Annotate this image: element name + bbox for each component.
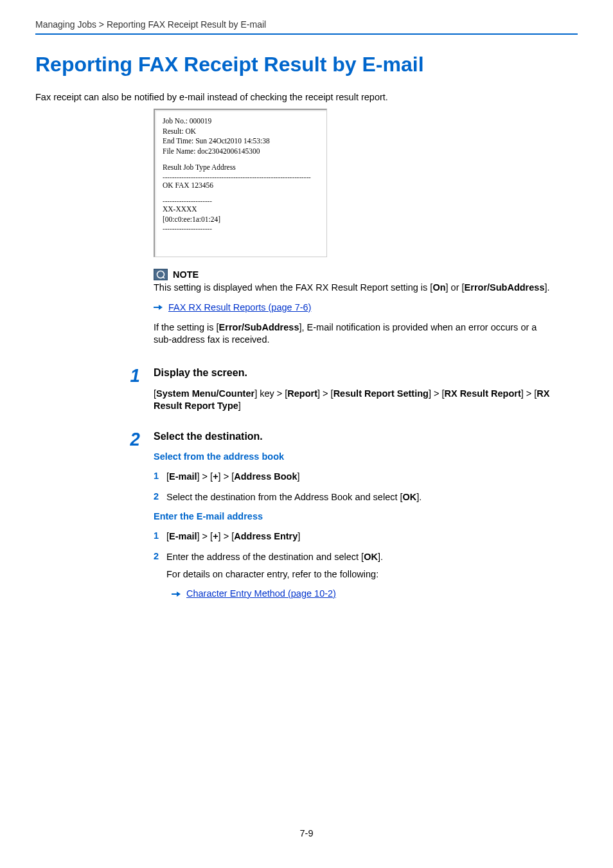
group-a-heading: Select from the address book xyxy=(154,451,552,462)
arrow-right-icon xyxy=(154,304,163,311)
fax-rx-result-reports-link[interactable]: FAX RX Result Reports (page 7-6) xyxy=(168,302,311,312)
step-2-number: 2 xyxy=(130,429,153,449)
substep-body: [E-mail] > [+] > [Address Entry] xyxy=(166,530,552,543)
email-dash-3: --------------------- xyxy=(163,224,319,232)
note-header: NOTE xyxy=(154,269,552,280)
character-entry-method-link[interactable]: Character Entry Method (page 10-2) xyxy=(186,588,336,601)
email-line-filename: File Name: doc23042006145300 xyxy=(163,147,319,157)
step-2-title: Select the destination. xyxy=(154,431,552,442)
email-dash-1: ----------------------------------------… xyxy=(163,173,319,181)
step-1-number: 1 xyxy=(130,366,153,385)
group-a-substep-1: 1 [E-mail] > [+] > [Address Book] xyxy=(154,471,552,484)
email-table-row: OK FAX 123456 xyxy=(163,181,319,191)
email-mac: [00:c0:ee:1a:01:24] xyxy=(163,215,319,225)
email-line-result: Result: OK xyxy=(163,127,319,137)
group-b-heading: Enter the E-mail address xyxy=(154,511,552,521)
substep-extra: For details on character entry, refer to… xyxy=(166,568,552,581)
substep-number: 2 xyxy=(154,491,166,502)
substep-number: 1 xyxy=(154,530,166,541)
email-dash-2: --------------------- xyxy=(163,197,319,204)
group-b-substep-1: 1 [E-mail] > [+] > [Address Entry] xyxy=(154,530,552,543)
substep-number: 2 xyxy=(154,551,166,561)
arrow-right-icon xyxy=(172,591,181,597)
note-link-row: FAX RX Result Reports (page 7-6) xyxy=(154,302,552,312)
step-1: 1 Display the screen. [System Menu/Count… xyxy=(129,366,552,424)
svg-marker-5 xyxy=(177,592,181,597)
substep-body: [E-mail] > [+] > [Address Book] xyxy=(166,471,552,484)
email-model: XX-XXXX xyxy=(163,204,319,215)
breadcrumb-separator: > xyxy=(96,19,107,30)
step-2: 2 Select the destination. Select from th… xyxy=(129,429,552,608)
note-body: This setting is displayed when the FAX R… xyxy=(154,282,552,294)
char-entry-link-row: Character Entry Method (page 10-2) xyxy=(172,588,552,601)
note-body-2: If the setting is [Error/SubAddress], E-… xyxy=(154,321,552,347)
substep-body: Enter the address of the destination and… xyxy=(166,551,552,601)
breadcrumb-section: Managing Jobs xyxy=(35,19,96,30)
page-title: Reporting FAX Receipt Result by E-mail xyxy=(35,53,578,77)
email-line-endtime: End Time: Sun 24Oct2010 14:53:38 xyxy=(163,136,319,147)
svg-line-1 xyxy=(163,276,164,278)
email-sample-box: Job No.: 000019 Result: OK End Time: Sun… xyxy=(154,109,327,257)
substep-number: 1 xyxy=(154,471,166,481)
page-number: 7-9 xyxy=(0,828,613,838)
breadcrumb: Managing Jobs > Reporting FAX Receipt Re… xyxy=(35,19,578,35)
group-a-substep-2: 2 Select the destination from the Addres… xyxy=(154,491,552,504)
breadcrumb-topic: Reporting FAX Receipt Result by E-mail xyxy=(107,19,266,30)
note-icon xyxy=(154,269,168,280)
svg-marker-3 xyxy=(159,305,163,310)
group-b-substep-2: 2 Enter the address of the destination a… xyxy=(154,551,552,601)
email-table-header: Result Job Type Address xyxy=(163,163,319,173)
email-line-jobno: Job No.: 000019 xyxy=(163,116,319,127)
step-1-text: [System Menu/Counter] key > [Report] > [… xyxy=(154,388,552,413)
substep-body: Select the destination from the Address … xyxy=(166,491,552,504)
intro-text: Fax receipt can also be notified by e-ma… xyxy=(35,92,578,102)
step-1-title: Display the screen. xyxy=(154,367,552,379)
note-label: NOTE xyxy=(173,269,199,280)
